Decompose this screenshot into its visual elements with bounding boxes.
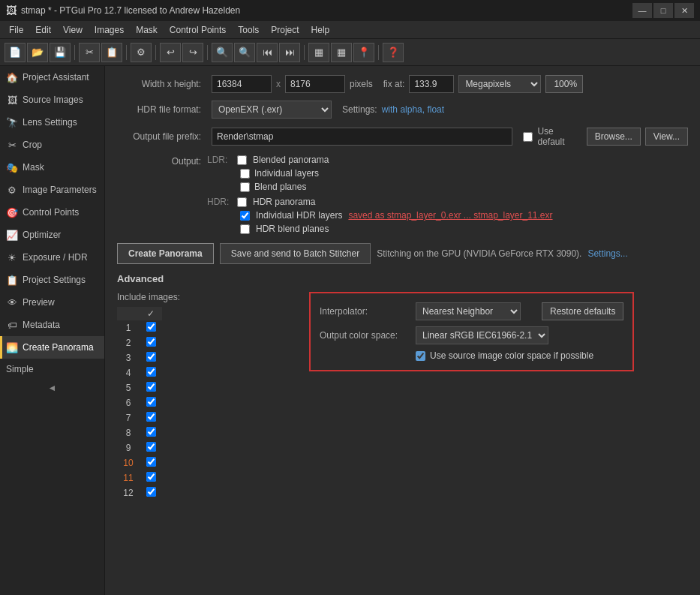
next-button[interactable]: ⏭	[279, 43, 300, 62]
sidebar-item-create-panorama[interactable]: 🌅 Create Panorama	[0, 336, 104, 359]
table-row: 11	[117, 470, 162, 485]
restore-defaults-button[interactable]: Restore defaults	[542, 302, 623, 320]
undo-button[interactable]: ↩	[160, 43, 181, 62]
fix-at-input[interactable]	[409, 75, 454, 93]
height-input[interactable]	[285, 75, 345, 93]
main-layout: 🏠 Project Assistant 🖼 Source Images 🔭 Le…	[0, 66, 700, 595]
advanced-header: Advanced	[117, 273, 688, 284]
menu-mask[interactable]: Mask	[130, 23, 164, 37]
include-images-section: Include images: ✓ 1	[117, 292, 297, 500]
sidebar-item-project-settings[interactable]: 📋 Project Settings	[0, 269, 104, 291]
maximize-button[interactable]: □	[653, 3, 673, 18]
menu-help[interactable]: Help	[305, 23, 336, 37]
pin-button[interactable]: 📍	[353, 43, 374, 62]
prev-button[interactable]: ⏮	[257, 43, 278, 62]
sidebar-scroll-bottom[interactable]: ◄	[0, 380, 104, 396]
menu-tools[interactable]: Tools	[232, 23, 265, 37]
use-source-color-checkbox[interactable]	[416, 351, 425, 361]
minimize-button[interactable]: —	[632, 3, 652, 18]
menu-control-points[interactable]: Control Points	[164, 23, 232, 37]
view-button[interactable]: View...	[645, 128, 688, 146]
settings-link[interactable]: with alpha, float	[382, 104, 444, 115]
sidebar-item-optimizer[interactable]: 📈 Optimizer	[0, 224, 104, 246]
zoom-out-button[interactable]: 🔍	[234, 43, 255, 62]
grid2-button[interactable]: ▦	[331, 43, 352, 62]
search-button[interactable]: 🔍	[212, 43, 233, 62]
menu-project[interactable]: Project	[265, 23, 305, 37]
output-color-select[interactable]: Linear sRGB IEC61966-2.1 sRGB Adobe RGB	[416, 326, 548, 344]
sidebar-item-image-parameters[interactable]: ⚙ Image Parameters	[0, 179, 104, 201]
individual-layers-label: Individual layers	[254, 168, 319, 179]
sidebar-item-metadata[interactable]: 🏷 Metadata	[0, 314, 104, 336]
advanced-layout: Include images: ✓ 1	[117, 292, 688, 500]
copy-button[interactable]: 📋	[101, 43, 122, 62]
blended-panorama-checkbox[interactable]	[237, 155, 247, 165]
toolbar-sep-3	[155, 45, 156, 60]
cut-button[interactable]: ✂	[79, 43, 100, 62]
hdr-panorama-checkbox[interactable]	[237, 197, 247, 207]
output-row: Output: LDR: Blended panorama Individual…	[117, 155, 688, 234]
row-check-9[interactable]	[140, 440, 162, 455]
titlebar-controls[interactable]: — □ ✕	[632, 3, 694, 18]
row-check-4[interactable]	[140, 365, 162, 380]
use-default-checkbox[interactable]	[523, 132, 533, 142]
megapixels-select[interactable]: Megapixels Width Height	[458, 75, 541, 93]
table-row: 6	[117, 395, 162, 410]
browse-button[interactable]: Browse...	[587, 128, 641, 146]
row-check-8[interactable]	[140, 425, 162, 440]
row-check-6[interactable]	[140, 395, 162, 410]
use-default-label: Use default	[537, 126, 581, 147]
help-button[interactable]: ❓	[383, 43, 404, 62]
width-input[interactable]	[212, 75, 272, 93]
zoom-button[interactable]: 100%	[545, 75, 583, 93]
row-check-5[interactable]	[140, 380, 162, 395]
stitch-settings-link[interactable]: Settings...	[587, 248, 627, 259]
open-button[interactable]: 📂	[27, 43, 48, 62]
row-check-7[interactable]	[140, 410, 162, 425]
sidebar-item-source-images[interactable]: 🖼 Source Images	[0, 89, 104, 111]
row-check-1[interactable]	[140, 320, 162, 335]
titlebar-title: stmap * - PTGui Pro 12.7 licensed to And…	[21, 5, 240, 16]
sidebar-item-crop[interactable]: ✂ Crop	[0, 134, 104, 156]
blend-planes-checkbox[interactable]	[240, 182, 250, 192]
grid-button[interactable]: ▦	[308, 43, 329, 62]
row-check-12[interactable]	[140, 485, 162, 500]
project-assistant-icon: 🏠	[6, 71, 18, 83]
sidebar-label-optimizer: Optimizer	[23, 230, 61, 240]
titlebar-left: 🖼 stmap * - PTGui Pro 12.7 licensed to A…	[6, 5, 240, 17]
save-button[interactable]: 💾	[50, 43, 71, 62]
row-check-10[interactable]	[140, 455, 162, 470]
output-color-label: Output color space:	[320, 330, 410, 341]
close-button[interactable]: ✕	[674, 3, 694, 18]
sidebar-item-preview[interactable]: 👁 Preview	[0, 291, 104, 314]
interpolator-select[interactable]: Nearest Neighbor Bilinear Bicubic	[416, 302, 521, 320]
row-num-12: 12	[117, 485, 140, 500]
batch-stitch-button[interactable]: Save and send to Batch Stitcher	[220, 243, 371, 264]
menu-images[interactable]: Images	[89, 23, 130, 37]
menubar: File Edit View Images Mask Control Point…	[0, 21, 700, 39]
sidebar-item-exposure-hdr[interactable]: ☀ Exposure / HDR	[0, 246, 104, 269]
hdr-format-row: HDR file format: OpenEXR (.exr) Radiance…	[117, 101, 688, 119]
control-points-icon: 🎯	[6, 206, 18, 218]
settings-button[interactable]: ⚙	[131, 43, 152, 62]
individual-layers-checkbox[interactable]	[240, 169, 250, 179]
individual-hdr-layers-checkbox[interactable]	[240, 211, 250, 221]
row-check-3[interactable]	[140, 350, 162, 365]
hdr-format-select[interactable]: OpenEXR (.exr) Radiance (.hdr) TIFF (.ti…	[212, 101, 332, 119]
prefix-input[interactable]	[212, 128, 512, 146]
table-row: 4	[117, 365, 162, 380]
hdr-blend-planes-checkbox[interactable]	[240, 224, 250, 234]
row-check-11[interactable]	[140, 470, 162, 485]
sidebar-item-project-assistant[interactable]: 🏠 Project Assistant	[0, 66, 104, 89]
sidebar-item-simple[interactable]: Simple	[0, 359, 104, 380]
menu-edit[interactable]: Edit	[29, 23, 57, 37]
sidebar-item-mask[interactable]: 🎭 Mask	[0, 156, 104, 179]
menu-file[interactable]: File	[3, 23, 29, 37]
row-check-2[interactable]	[140, 335, 162, 350]
redo-button[interactable]: ↪	[182, 43, 203, 62]
new-button[interactable]: 📄	[5, 43, 26, 62]
sidebar-item-control-points[interactable]: 🎯 Control Points	[0, 201, 104, 224]
sidebar-item-lens-settings[interactable]: 🔭 Lens Settings	[0, 111, 104, 134]
create-panorama-button[interactable]: Create Panorama	[117, 243, 214, 264]
menu-view[interactable]: View	[57, 23, 89, 37]
